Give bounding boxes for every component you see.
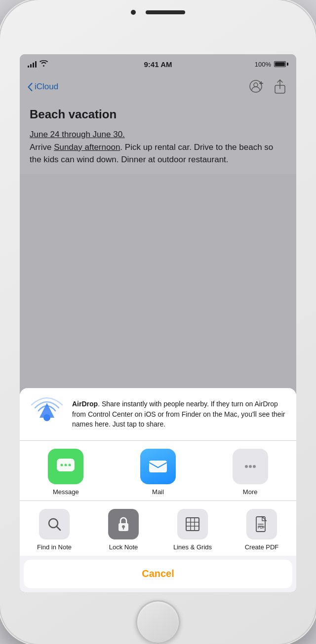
camera [131,10,136,15]
lines-label: Lines & Grids [173,543,212,551]
app-item-mail[interactable]: Mail [131,449,185,496]
svg-point-11 [69,464,71,466]
nav-actions [248,78,288,95]
app-row: Message Mail [20,441,296,501]
svg-point-1 [254,83,258,87]
note-content: Beach vacation June 24 through June 30. … [20,100,296,174]
svg-marker-7 [40,403,54,418]
lines-icon [177,509,208,539]
action-find[interactable]: Find in Note [25,509,84,551]
nav-bar: iCloud [20,74,296,100]
find-label: Find in Note [37,543,72,551]
action-lock[interactable]: Lock Note [94,509,153,551]
signal-bars [28,61,37,68]
note-time: Sunday afternoon [54,143,120,152]
status-left [28,60,48,68]
note-body: June 24 through June 30. Arrive Sunday a… [30,128,286,166]
app-item-message[interactable]: Message [39,449,93,496]
message-icon [48,449,83,484]
battery-percent: 100% [255,61,271,68]
airdrop-section: AirDrop. Share instantly with people nea… [20,388,296,441]
pdf-label: Create PDF [245,543,279,551]
cancel-label: Cancel [142,568,174,579]
share-button[interactable] [272,78,288,95]
note-date: June 24 through June 30. [30,130,125,139]
status-bar: 9:41 AM 100% [20,54,296,74]
status-time: 9:41 AM [144,60,172,69]
airdrop-icon [30,397,64,431]
note-title: Beach vacation [30,107,286,121]
svg-point-15 [253,465,256,468]
svg-rect-12 [149,461,167,472]
lock-icon [108,509,139,539]
message-label: Message [53,488,79,496]
svg-point-0 [250,80,262,92]
phone-frame: 9:41 AM 100% iCloud [0,0,316,644]
screen: 9:41 AM 100% iCloud [20,54,296,592]
svg-line-17 [57,526,61,530]
battery [274,61,288,67]
share-card: AirDrop. Share instantly with people nea… [20,388,296,592]
signal-bar-3 [33,63,34,68]
airdrop-description: AirDrop. Share instantly with people nea… [72,399,286,429]
battery-body [274,61,286,67]
wifi-icon [40,60,48,68]
svg-point-10 [65,464,67,466]
svg-point-9 [61,464,63,466]
back-button[interactable]: iCloud [28,82,58,92]
lock-label: Lock Note [109,543,138,551]
more-label: More [243,488,258,496]
home-button[interactable] [136,600,180,644]
svg-point-14 [249,465,252,468]
speaker [146,10,185,14]
app-item-more[interactable]: More [223,449,277,496]
signal-bar-4 [35,61,37,68]
add-person-button[interactable] [248,78,265,95]
mail-label: Mail [152,488,164,496]
more-icon [233,449,268,484]
mail-icon [140,449,176,484]
back-label: iCloud [35,82,58,92]
signal-bar-2 [30,64,32,68]
signal-bar-1 [28,66,29,68]
battery-tip [287,63,288,66]
share-sheet: AirDrop. Share instantly with people nea… [20,388,296,592]
status-right: 100% [255,61,288,68]
cancel-button[interactable]: Cancel [24,560,292,588]
find-icon [39,509,70,539]
action-lines[interactable]: Lines & Grids [163,509,222,551]
actions-row: Find in Note Lock Note [20,501,296,556]
top-area [0,0,316,15]
action-pdf[interactable]: PDF Create PDF [232,509,291,551]
svg-rect-21 [186,518,199,531]
battery-fill [275,62,285,66]
svg-point-13 [245,465,248,468]
pdf-icon: PDF [246,509,277,539]
